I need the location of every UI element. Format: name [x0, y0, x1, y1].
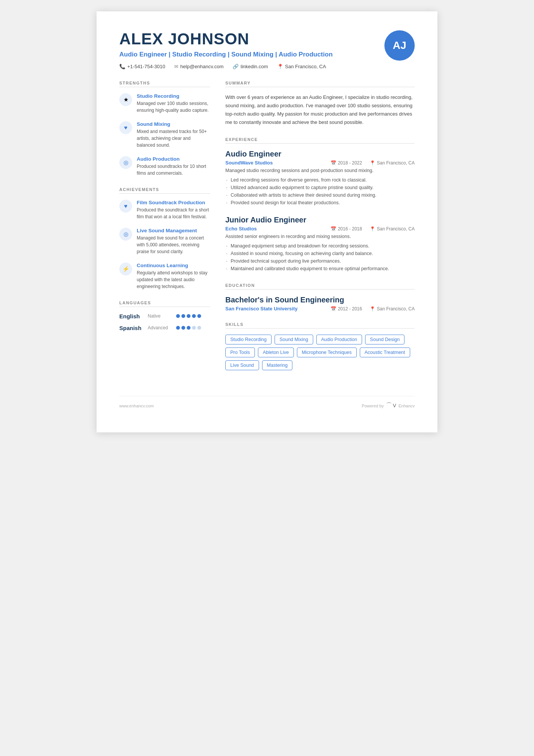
dot: [181, 326, 185, 330]
job-bullets-1: Led recording sessions for diverse genre…: [225, 176, 415, 207]
achievement-item-3: ⚡ Continuous Learning Regularly attend w…: [119, 263, 210, 290]
achievement-item-1: ♥ Film Soundtrack Production Produced th…: [119, 200, 210, 220]
job-location-2: 📍 San Francisco, CA: [370, 226, 415, 232]
list-item: Provided sound design for local theater …: [225, 199, 415, 207]
dot: [192, 326, 196, 330]
email-icon: ✉: [174, 64, 178, 69]
education-label: EDUCATION: [225, 283, 415, 290]
right-column: SUMMARY With over 6 years of experience …: [225, 81, 415, 381]
job-company-1: SoundWave Studios: [225, 160, 273, 166]
list-item: Managed equipment setup and breakdown fo…: [225, 242, 415, 250]
edu-meta-1: 📅 2012 - 2016 📍 San Francisco, CA: [331, 306, 415, 311]
strength-content-1: Studio Recording Managed over 100 studio…: [137, 93, 210, 114]
strength-item-1: ★ Studio Recording Managed over 100 stud…: [119, 93, 210, 114]
achievement-icon-1: ♥: [119, 200, 132, 213]
phone-icon: 📞: [119, 64, 125, 69]
achievement-content-2: Live Sound Management Managed live sound…: [137, 228, 210, 255]
location-icon-1: 📍: [370, 160, 375, 166]
job-dates-1: 📅 2018 - 2022: [331, 160, 362, 166]
language-dots-1: [176, 314, 201, 318]
calendar-icon-1: 📅: [331, 160, 336, 166]
avatar: AJ: [384, 30, 415, 61]
skill-tag-9: Live Sound: [225, 360, 259, 370]
edu-entry-1: Bachelor's in Sound Engineering San Fran…: [225, 296, 415, 311]
experience-section: EXPERIENCE Audio Engineer SoundWave Stud…: [225, 137, 415, 272]
edu-subtitle-1: San Francisco State University 📅 2012 - …: [225, 306, 415, 311]
skill-tag-7: Microphone Techniques: [297, 347, 357, 357]
resume-page: ALEX JOHNSON Audio Engineer | Studio Rec…: [97, 11, 437, 432]
job-desc-1: Managed studio recording sessions and po…: [225, 168, 415, 173]
achievement-content-3: Continuous Learning Regularly attend wor…: [137, 263, 210, 290]
achievement-content-1: Film Soundtrack Production Produced the …: [137, 200, 210, 220]
languages-label: LANGUAGES: [119, 301, 210, 307]
phone-text: +1-541-754-3010: [127, 64, 165, 69]
job-entry-1: Audio Engineer SoundWave Studios 📅 2018 …: [225, 150, 415, 207]
job-subtitle-2: Echo Studios 📅 2016 - 2018 📍 San Francis…: [225, 226, 415, 232]
skill-tag-1: Studio Recording: [225, 335, 272, 344]
achievement-icon-3: ⚡: [119, 263, 132, 275]
job-bullets-2: Managed equipment setup and breakdown fo…: [225, 242, 415, 272]
summary-label: SUMMARY: [225, 81, 415, 87]
skill-tag-10: Mastering: [262, 360, 293, 370]
powered-by-text: Powered by: [362, 404, 384, 408]
achievements-section: ACHIEVEMENTS ♥ Film Soundtrack Productio…: [119, 187, 210, 290]
achievement-title-2: Live Sound Management: [137, 228, 210, 233]
brand-name: Enhancv: [398, 404, 415, 408]
summary-text: With over 6 years of experience as an Au…: [225, 93, 415, 127]
list-item: Provided technical support during live p…: [225, 257, 415, 265]
job-company-2: Echo Studios: [225, 226, 257, 232]
language-name-2: Spanish: [119, 325, 144, 331]
job-title-1: Audio Engineer: [225, 150, 415, 158]
enhancv-logo: ⌒∨ Enhancv: [386, 402, 415, 410]
strength-title-3: Audio Production: [137, 156, 210, 162]
list-item: Utilized advanced audio equipment to cap…: [225, 184, 415, 191]
full-name: ALEX JOHNSON: [119, 30, 373, 48]
main-layout: STRENGTHS ★ Studio Recording Managed ove…: [119, 81, 415, 381]
skills-section: SKILLS Studio Recording Sound Mixing Aud…: [225, 322, 415, 370]
strength-icon-2: ♥: [119, 121, 132, 134]
skill-tag-4: Sound Design: [365, 335, 405, 344]
job-entry-2: Junior Audio Engineer Echo Studios 📅 201…: [225, 216, 415, 272]
skill-tag-8: Acoustic Treatment: [360, 347, 410, 357]
job-title-header: Audio Engineer | Studio Recording | Soun…: [119, 50, 373, 59]
strength-desc-2: Mixed and mastered tracks for 50+ artist…: [137, 128, 210, 149]
job-dates-2: 📅 2016 - 2018: [331, 226, 362, 232]
skills-grid: Studio Recording Sound Mixing Audio Prod…: [225, 335, 415, 370]
location-text: San Francisco, CA: [285, 64, 326, 69]
language-level-1: Native: [148, 313, 172, 319]
phone-item: 📞 +1-541-754-3010: [119, 64, 165, 69]
dot: [181, 314, 185, 318]
location-icon-edu: 📍: [370, 306, 375, 311]
education-section: EDUCATION Bachelor's in Sound Engineerin…: [225, 283, 415, 311]
edu-degree-1: Bachelor's in Sound Engineering: [225, 296, 415, 304]
strength-content-2: Sound Mixing Mixed and mastered tracks f…: [137, 121, 210, 149]
job-desc-2: Assisted senior engineers in recording a…: [225, 234, 415, 239]
footer-website: www.enhancv.com: [119, 404, 154, 408]
strength-title-1: Studio Recording: [137, 93, 210, 99]
footer: www.enhancv.com Powered by ⌒∨ Enhancv: [119, 396, 415, 410]
job-location-1: 📍 San Francisco, CA: [370, 160, 415, 166]
language-row-1: English Native: [119, 313, 210, 319]
skills-label: SKILLS: [225, 322, 415, 329]
location-icon: 📍: [277, 64, 283, 69]
job-meta-1: 📅 2018 - 2022 📍 San Francisco, CA: [331, 160, 415, 166]
strength-item-3: ◎ Audio Production Produced soundtracks …: [119, 156, 210, 177]
strength-item-2: ♥ Sound Mixing Mixed and mastered tracks…: [119, 121, 210, 149]
calendar-icon-edu: 📅: [331, 306, 336, 311]
location-icon-2: 📍: [370, 226, 375, 232]
strength-icon-3: ◎: [119, 156, 132, 169]
job-title-2: Junior Audio Engineer: [225, 216, 415, 224]
languages-section: LANGUAGES English Native Spanish Advance…: [119, 301, 210, 331]
edu-school-1: San Francisco State University: [225, 306, 298, 311]
strength-desc-3: Produced soundtracks for 10 short films …: [137, 163, 210, 177]
location-item: 📍 San Francisco, CA: [277, 64, 326, 69]
achievement-item-2: ◎ Live Sound Management Managed live sou…: [119, 228, 210, 255]
edu-location-1: 📍 San Francisco, CA: [370, 306, 415, 311]
achievement-icon-2: ◎: [119, 228, 132, 241]
list-item: Collaborated with artists to achieve the…: [225, 191, 415, 199]
language-name-1: English: [119, 313, 144, 319]
job-meta-2: 📅 2016 - 2018 📍 San Francisco, CA: [331, 226, 415, 232]
linkedin-icon: 🔗: [233, 64, 239, 69]
achievement-title-3: Continuous Learning: [137, 263, 210, 268]
dot: [187, 326, 190, 330]
